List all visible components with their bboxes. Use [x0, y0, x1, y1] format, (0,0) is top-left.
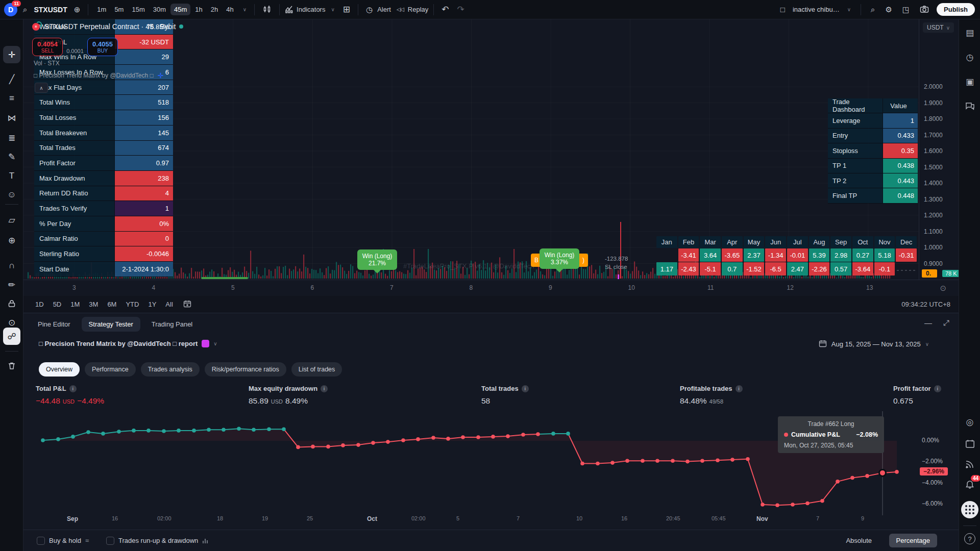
trend-line-icon[interactable]: ╱ — [3, 70, 20, 88]
subtab-trades-analysis[interactable]: Trades analysis — [141, 362, 200, 377]
publish-button[interactable]: Publish — [937, 3, 975, 16]
absolute-button[interactable]: Absolute — [846, 537, 872, 544]
info-icon[interactable]: i — [522, 385, 529, 392]
time-axis-settings-icon[interactable]: ⊙ — [940, 284, 946, 293]
indicators-button[interactable]: Indicators — [285, 5, 325, 14]
time-label[interactable]: 11 — [707, 284, 714, 291]
brush-icon[interactable]: ✎ — [3, 148, 20, 165]
range-3m[interactable]: 3M — [84, 298, 103, 310]
redo-icon[interactable]: ↷ — [455, 3, 467, 16]
timeframe-45m[interactable]: 45m — [170, 4, 190, 15]
subtab-risk-performance-ratios[interactable]: Risk/performance ratios — [205, 362, 286, 377]
info-icon[interactable]: i — [69, 385, 77, 392]
timeframe-1m[interactable]: 1m — [93, 4, 110, 15]
range-all[interactable]: All — [161, 298, 177, 310]
layout-name[interactable]: inactive chibu… — [793, 6, 840, 13]
info-icon[interactable]: i — [321, 385, 328, 392]
fullscreen-icon[interactable]: ◳ — [900, 4, 912, 15]
collapse-indicator-button[interactable]: ∧ — [35, 83, 48, 93]
help-icon[interactable]: ? — [964, 533, 976, 545]
backtest-date-range[interactable]: Aug 15, 2025 — Nov 13, 2025 ∨ — [819, 340, 929, 348]
timeframe-5m[interactable]: 5m — [111, 4, 127, 15]
remove-drawings-icon[interactable] — [3, 357, 20, 374]
tab-strategy-tester[interactable]: Strategy Tester — [82, 317, 140, 332]
indicators-chevron-icon[interactable]: ∨ — [328, 5, 337, 14]
minimize-panel-icon[interactable]: — — [924, 318, 932, 328]
timeframe-30m[interactable]: 30m — [150, 4, 169, 15]
clock[interactable]: 09:34:22 UTC+8 — [901, 300, 950, 308]
range-5d[interactable]: 5D — [48, 298, 66, 310]
time-label[interactable]: 7 — [390, 284, 394, 291]
quick-search-icon[interactable]: ⌕ — [868, 4, 877, 15]
currency-selector[interactable]: USDT ∨ — [923, 22, 954, 33]
timeframe-chevron-icon[interactable]: ∨ — [240, 5, 249, 14]
trade-marker-win-2[interactable]: Win (Long) 3.37% — [540, 248, 579, 269]
info-icon[interactable]: i — [736, 385, 743, 392]
time-axis[interactable]: ⊙ 345678910111213 — [23, 280, 959, 296]
time-label[interactable]: 6 — [311, 284, 314, 291]
chat-icon[interactable] — [964, 100, 976, 112]
time-label[interactable]: 10 — [628, 284, 635, 291]
expand-panel-icon[interactable]: ⤢ — [943, 318, 949, 328]
subtab-performance[interactable]: Performance — [85, 362, 136, 377]
object-tree-icon[interactable]: ▣ — [964, 76, 976, 88]
crosshair-icon[interactable]: ✛ — [3, 46, 20, 63]
layout-chevron-icon[interactable]: ∨ — [845, 5, 853, 14]
range-1d[interactable]: 1D — [31, 298, 48, 310]
symbol-title-row[interactable]: ✳ STXUSDT Perpetual Contract · 45 · Bybi… — [33, 22, 183, 31]
link-icon[interactable]: ☍ — [3, 328, 20, 345]
range-ytd[interactable]: YTD — [121, 298, 143, 310]
symbol-search-button[interactable]: STXUSDT — [33, 6, 68, 14]
timeframe-1h[interactable]: 1h — [191, 4, 206, 15]
timeframe-15m[interactable]: 15m — [128, 4, 148, 15]
tab-trading-panel[interactable]: Trading Panel — [144, 317, 200, 332]
time-label[interactable]: 13 — [866, 284, 873, 291]
time-label[interactable]: 5 — [231, 284, 235, 291]
horizontal-lines-icon[interactable]: ≡ — [3, 90, 20, 107]
percentage-button[interactable]: Percentage — [889, 534, 938, 547]
timeframe-2h[interactable]: 2h — [207, 4, 222, 15]
candles-style-icon[interactable] — [260, 3, 274, 17]
info-icon[interactable]: i — [934, 385, 941, 392]
range-1y[interactable]: 1Y — [143, 298, 161, 310]
time-label[interactable]: 4 — [152, 284, 156, 291]
text-icon[interactable]: T — [3, 167, 20, 185]
alert-button[interactable]: ◷ Alert — [363, 4, 391, 15]
range-1m[interactable]: 1M — [66, 298, 84, 310]
time-label[interactable]: 12 — [787, 284, 794, 291]
fib-icon[interactable]: ≣ — [3, 129, 20, 146]
layout-grid-icon[interactable]: ⊞ — [340, 3, 353, 16]
subtab-list-of-trades[interactable]: List of trades — [291, 362, 342, 377]
go-to-date-icon[interactable] — [181, 298, 194, 311]
zoom-in-icon[interactable]: ⊕ — [3, 232, 20, 249]
tab-pine-editor[interactable]: Pine Editor — [31, 317, 78, 332]
time-label[interactable]: 8 — [470, 284, 473, 291]
trade-marker-win-1[interactable]: Win (Long) 21.7% — [357, 249, 397, 270]
runup-checkbox[interactable] — [106, 537, 114, 545]
magnet-icon[interactable]: ∩ — [3, 257, 20, 274]
replay-button[interactable]: ◁◁ Replay — [394, 5, 428, 14]
settings-gear-icon[interactable]: ⚙ — [883, 4, 894, 15]
compare-add-icon[interactable]: ⊕ — [71, 4, 83, 15]
time-label[interactable]: 9 — [549, 284, 552, 291]
xabcd-pattern-icon[interactable]: ⋈ — [3, 109, 20, 127]
buy-hold-checkbox[interactable] — [37, 537, 45, 545]
time-label[interactable]: 3 — [72, 284, 76, 291]
undo-icon[interactable]: ↶ — [439, 3, 451, 16]
sell-button[interactable]: 0.4054 SELL — [32, 38, 63, 56]
search-icon[interactable]: ⌕ — [20, 4, 30, 15]
apps-menu-icon[interactable] — [961, 501, 978, 518]
range-6m[interactable]: 6M — [103, 298, 121, 310]
screener-target-icon[interactable]: ◎ — [964, 416, 976, 428]
multichart-icon[interactable]: □ — [778, 4, 788, 15]
news-feed-icon[interactable] — [964, 458, 976, 470]
subtab-overview[interactable]: Overview — [39, 362, 80, 377]
indicator-title-row[interactable]: □ Precision Trend Matrix by @DaviddTech … — [34, 71, 164, 80]
watchlist-icon[interactable]: ▤ — [964, 27, 976, 39]
buy-button[interactable]: 0.4055 BUY — [87, 38, 118, 56]
user-avatar[interactable]: D 11 — [4, 3, 17, 16]
snapshot-camera-icon[interactable] — [917, 3, 932, 16]
strategy-title-row[interactable]: □ Precision Trend Matrix by @DaviddTech … — [39, 340, 217, 347]
alerts-clock-icon[interactable]: ◷ — [964, 51, 976, 63]
emoji-icon[interactable]: ☺ — [3, 186, 20, 204]
